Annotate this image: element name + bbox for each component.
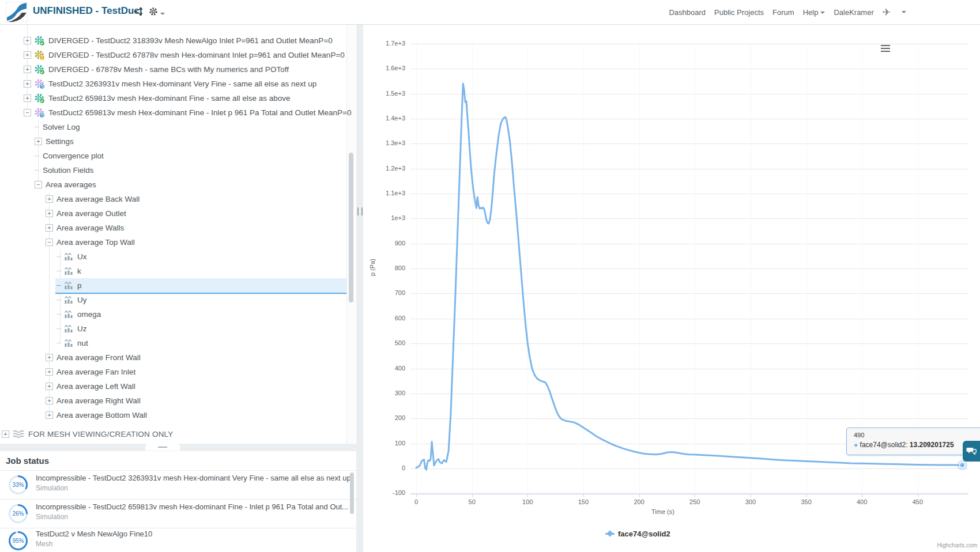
tree-item-testduct2-3263931v-mesh-hex-dominant-ver[interactable]: +TestDuct2 3263931v mesh Hex-dominant Ve… (0, 77, 356, 91)
expand-plus-icon[interactable]: + (46, 368, 53, 376)
tree-item-area-average-walls[interactable]: +Area average Walls (0, 221, 356, 235)
airplane-avatar-icon[interactable]: ✈ (883, 6, 891, 18)
collapse-minus-icon[interactable]: − (46, 239, 53, 246)
expand-plus-icon[interactable]: + (35, 138, 42, 145)
tree-item-diverged-testduct2-67878v-mesh-hex-domin[interactable]: +DIVERGED - TestDuct2 67878v mesh Hex-do… (0, 48, 356, 62)
y-tick-label: 200 (365, 414, 405, 421)
bar-chart-icon (64, 252, 74, 261)
tree-item-label: Area average Outlet (56, 209, 126, 218)
y-tick-label: 0 (365, 464, 405, 471)
tree-item-area-average-back-wall[interactable]: +Area average Back Wall (0, 192, 356, 206)
chat-button[interactable] (963, 441, 980, 462)
share-icon[interactable] (134, 7, 142, 18)
expand-plus-icon[interactable]: + (24, 37, 31, 44)
tree-item-area-average-front-wall[interactable]: +Area average Front Wall (0, 350, 356, 365)
tree-item-nut[interactable]: nut (0, 336, 356, 350)
tree-item-area-average-outlet[interactable]: +Area average Outlet (0, 206, 356, 221)
expand-plus-icon[interactable]: + (24, 80, 31, 88)
tree-item-label: k (77, 267, 81, 275)
tree-item-solution-fields[interactable]: Solution Fields (0, 163, 356, 177)
nav-forum[interactable]: Forum (772, 8, 794, 17)
highcharts-credits[interactable]: Highcharts.com (937, 542, 977, 549)
tree-item-testduct2-659813v-mesh-hex-dominant-fine[interactable]: +TestDuct2 659813v mesh Hex-dominant Fin… (0, 91, 356, 105)
gridline (410, 143, 968, 144)
tree-item-label: Area average Top Wall (56, 238, 135, 247)
simscale-logo-icon[interactable] (6, 2, 28, 25)
project-settings-gear-icon[interactable] (149, 7, 165, 18)
nav-username[interactable]: DaleKramer (834, 8, 873, 17)
drag-handle-icon[interactable] (357, 207, 363, 215)
job-row[interactable]: 33%Incompressible - TestDuct2 3263931v m… (0, 472, 352, 498)
y-tick-label: 400 (365, 365, 405, 372)
drag-handle-icon[interactable] (158, 447, 167, 448)
tree-connector (35, 127, 39, 127)
tree-item-convergence-plot[interactable]: Convergence plot (0, 149, 356, 163)
selected-row-highlight (55, 278, 348, 294)
tree-item-diverged-67878v-mesh-same-bcs-with-my-nu[interactable]: +DIVERGED - 67878v Mesh - same BCs with … (0, 62, 356, 77)
tree-item-solver-log[interactable]: Solver Log (0, 120, 356, 134)
tree-item-area-average-bottom-wall[interactable]: +Area average Bottom Wall (0, 408, 356, 422)
bar-chart-icon (64, 296, 74, 304)
tree-item-settings[interactable]: +Settings (0, 134, 356, 149)
tree-connector (35, 170, 39, 171)
tree-scrollbar-thumb[interactable] (349, 153, 353, 303)
top-header: UNFINISHED - TestDuct DashboardPublic Pr… (0, 0, 980, 25)
gear-olive-warn-icon (34, 50, 45, 61)
tree-item-area-average-fan-inlet[interactable]: +Area average Fan Inlet (0, 365, 356, 379)
legend-item[interactable]: face74@solid2 (605, 530, 670, 538)
tree-item-k[interactable]: k (0, 264, 356, 278)
tree-item-ux[interactable]: Ux (0, 249, 356, 264)
job-type: Simulation (36, 484, 68, 492)
gridline (472, 43, 473, 494)
gear-purple-sync-icon (34, 78, 45, 89)
expand-plus-icon[interactable]: + (46, 397, 53, 404)
job-row[interactable]: 26%Incompressible - TestDuct2 659813v me… (0, 501, 352, 527)
tree-item-omega[interactable]: omega (0, 307, 356, 322)
expand-plus-icon[interactable]: + (46, 210, 53, 217)
gridline (410, 369, 968, 369)
gridline (527, 43, 528, 494)
nav-public-projects[interactable]: Public Projects (714, 8, 764, 17)
gear-teal-check-icon (34, 64, 45, 75)
tree-item-area-average-top-wall[interactable]: −Area average Top Wall (0, 235, 356, 249)
jobs-scrollbar-thumb[interactable] (350, 472, 354, 514)
chevron-down-icon[interactable] (902, 11, 906, 13)
expand-plus-icon[interactable]: + (46, 224, 53, 232)
collapse-minus-icon[interactable]: − (24, 109, 31, 116)
progress-percent: 95% (10, 533, 26, 549)
tree-item-label: TestDuct2 659813v mesh Hex-dominant Fine… (48, 108, 351, 117)
bar-chart-icon (64, 310, 74, 319)
expand-plus-icon[interactable]: + (46, 383, 53, 390)
tree-item-diverged-testduct2-318393v-mesh-newalgo-[interactable]: +DIVERGED - TestDuct2 318393v Mesh NewAl… (0, 33, 356, 48)
expand-plus-icon[interactable]: + (24, 94, 31, 102)
tree-item-area-averages[interactable]: −Area averages (0, 177, 356, 192)
expand-plus-icon[interactable]: + (46, 411, 53, 419)
expand-plus-icon[interactable]: + (46, 195, 53, 203)
tree-item-p[interactable]: p (0, 278, 356, 293)
chat-bubble-icon (966, 447, 977, 456)
gridline (410, 44, 968, 44)
tree-item-label: Uz (77, 324, 87, 333)
tree-item-testduct2-659813v-mesh-hex-dominant-fine[interactable]: −TestDuct2 659813v mesh Hex-dominant Fin… (0, 105, 356, 120)
tree-item-label: Area average Front Wall (56, 353, 141, 362)
tree-item-area-average-left-wall[interactable]: +Area average Left Wall (0, 379, 356, 394)
job-status-title: Job status (6, 456, 49, 466)
tree-item-uy[interactable]: Uy (0, 293, 356, 307)
expand-plus-icon[interactable]: + (24, 51, 31, 59)
tree-item-uz[interactable]: Uz (0, 322, 356, 336)
nav-help[interactable]: Help (803, 8, 826, 17)
panel-divider-horizontal[interactable] (0, 444, 356, 451)
tree-item-area-average-right-wall[interactable]: +Area average Right Wall (0, 394, 356, 408)
tree-item-for-mesh-viewing-creation-only[interactable]: +FOR MESH VIEWING/CREATION ONLY (0, 427, 356, 441)
expand-plus-icon[interactable]: + (2, 430, 9, 438)
collapse-minus-icon[interactable]: − (35, 181, 42, 188)
expand-plus-icon[interactable]: + (46, 354, 53, 361)
tree-item-label: Area average Fan Inlet (56, 368, 135, 376)
panel-divider-vertical[interactable] (356, 25, 363, 552)
nav-dashboard[interactable]: Dashboard (669, 8, 706, 17)
expand-plus-icon[interactable]: + (24, 66, 31, 73)
x-axis-title: Time (s) (594, 508, 732, 515)
hamburger-menu-icon[interactable] (881, 45, 890, 54)
tree-scrollbar-track[interactable] (346, 25, 355, 444)
job-row[interactable]: 95%TestDuct2 v Mesh NewAlgo Fine10Mesh (0, 528, 352, 552)
